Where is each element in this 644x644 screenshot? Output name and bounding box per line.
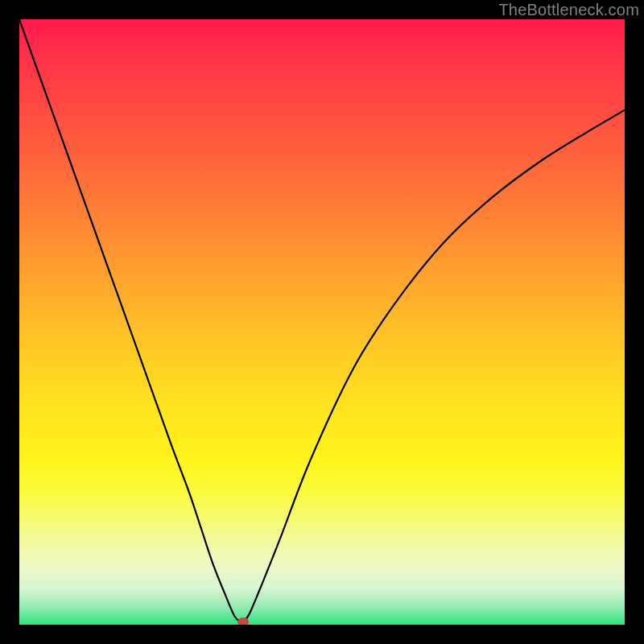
plot-area [19, 19, 625, 625]
bottleneck-curve [19, 19, 625, 622]
minimum-marker [237, 617, 249, 625]
attribution-label: TheBottleneck.com [498, 1, 639, 19]
chart-container: TheBottleneck.com [0, 0, 644, 644]
curve-svg [19, 19, 625, 625]
